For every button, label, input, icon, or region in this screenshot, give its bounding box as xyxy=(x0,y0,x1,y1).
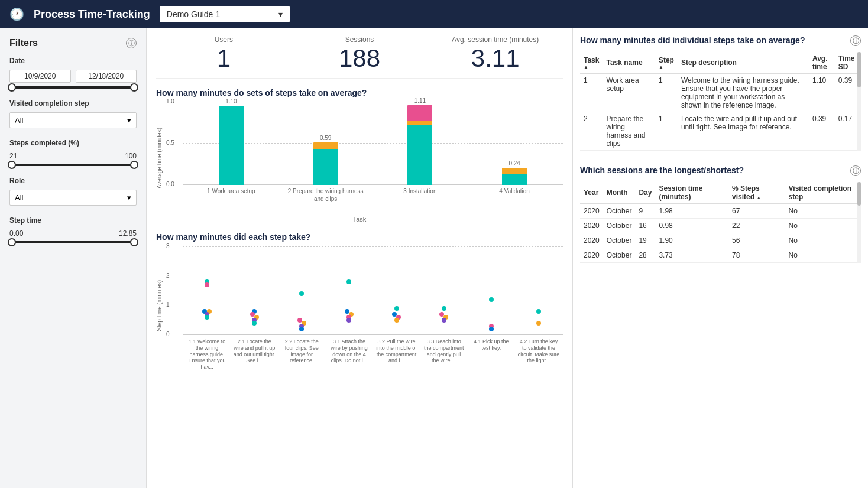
kpi-avg-session-value: 3.11 xyxy=(435,46,556,71)
cell-month-1: October xyxy=(603,204,636,219)
scatter-x-label-6: 3 3 Reach into the compartment and gentl… xyxy=(423,339,465,364)
steps-completed-range: 21 100 xyxy=(9,152,137,160)
cell-year-4: 2020 xyxy=(580,248,603,263)
cell-task-name-2: Prepare the wiring harness and clips xyxy=(603,112,655,151)
scatter-x-label-2: 2 1 Locate the wire and pull it up and o… xyxy=(233,339,276,364)
kpi-sessions-value: 188 xyxy=(299,46,420,71)
completion-step-dropdown[interactable]: All ▾ xyxy=(9,112,137,128)
cell-session-time-3: 1.90 xyxy=(655,233,728,248)
table-row: 2 Prepare the wiring harness and clips 1… xyxy=(580,112,861,151)
cell-avg-time-2: 0.39 xyxy=(809,112,835,151)
scatter-col-7 xyxy=(470,246,513,335)
date-range-row: 10/9/2020 12/18/2020 xyxy=(9,70,137,83)
role-dropdown[interactable]: All ▾ xyxy=(9,190,137,206)
kpi-users-value: 1 xyxy=(163,46,284,71)
steps-slider-max-thumb[interactable] xyxy=(130,161,138,169)
step-time-slider-max-thumb[interactable] xyxy=(130,238,138,246)
bar-3-teal xyxy=(407,125,432,185)
bar-3-x-label: 3 Installation xyxy=(378,187,463,195)
cell-steps-visited-3: 56 xyxy=(728,233,785,248)
bar-3-orange xyxy=(407,121,432,125)
date-end[interactable]: 12/18/2020 xyxy=(76,70,137,83)
col-steps-visited: % Steps visited ▲ xyxy=(728,182,785,204)
cell-avg-time-1: 1.10 xyxy=(809,74,835,112)
bar-4: 0.24 xyxy=(472,160,557,185)
cell-day-2: 16 xyxy=(635,219,655,233)
right-panel: How many minutes did individual steps ta… xyxy=(572,28,868,488)
step-time-min: 0.00 xyxy=(9,229,23,238)
bar-chart-title: How many minutes do sets of steps take o… xyxy=(156,88,563,97)
step-time-max: 12.85 xyxy=(119,229,137,238)
filters-title: Filters xyxy=(9,38,38,48)
date-filter-label: Date xyxy=(9,57,137,65)
cell-step-desc-2: Locate the wire and pull it up and out u… xyxy=(678,112,809,151)
filters-info-icon[interactable]: ⓘ xyxy=(126,38,137,48)
date-slider-fill xyxy=(12,86,134,89)
date-slider-min-thumb[interactable] xyxy=(8,83,16,92)
bar-2-stack xyxy=(313,142,338,185)
step-time-label: Step time xyxy=(9,216,137,225)
date-slider-max-thumb[interactable] xyxy=(130,83,138,92)
guide-dropdown[interactable]: Demo Guide 1 ▾ xyxy=(160,6,290,22)
steps-completed-label: Steps completed (%) xyxy=(9,139,137,147)
scatter-x-label-5: 3 2 Pull the wire into the middle of the… xyxy=(375,339,418,364)
col-year: Year xyxy=(580,182,603,204)
bar-chart-x-label: Task xyxy=(156,216,563,223)
col-month: Month xyxy=(603,182,636,204)
kpi-users-label: Users xyxy=(163,35,284,44)
steps-completed-filter: Steps completed (%) 21 100 xyxy=(9,139,137,166)
cell-session-time-2: 0.98 xyxy=(655,219,728,233)
table-scrollbar[interactable] xyxy=(857,52,861,151)
cell-step-1: 1 xyxy=(655,74,678,112)
scatter-x-label-7: 4 1 Pick up the test key. xyxy=(470,339,513,352)
bar-chart-y-label: Average time (minutes) xyxy=(156,128,163,188)
table-row: 1 Work area setup 1 Welcome to the wirin… xyxy=(580,74,861,112)
app-icon: 🕐 xyxy=(9,7,24,21)
cell-task-name-1: Work area setup xyxy=(603,74,655,112)
kpi-row: Users 1 Sessions 188 Avg. session time (… xyxy=(156,35,563,79)
main-content: Users 1 Sessions 188 Avg. session time (… xyxy=(147,28,572,488)
cell-day-3: 19 xyxy=(635,233,655,248)
col-step-desc: Step description xyxy=(678,52,809,74)
cell-completion-2: No xyxy=(785,219,861,233)
steps-completed-min: 21 xyxy=(9,152,17,160)
date-start[interactable]: 10/9/2020 xyxy=(9,70,71,83)
steps-slider-fill xyxy=(12,164,134,166)
cell-month-3: October xyxy=(603,233,636,248)
kpi-avg-session: Avg. session time (minutes) 3.11 xyxy=(427,35,563,71)
sessions-info-icon[interactable]: ⓘ xyxy=(850,165,861,176)
bar-3-label: 1.11 xyxy=(414,97,426,104)
bar-1-x-label: 1 Work area setup xyxy=(189,187,274,195)
step-time-slider-track xyxy=(12,241,134,243)
bar-1: 1.10 xyxy=(189,98,274,185)
session-row: 2020 October 28 3.73 78 No xyxy=(580,248,861,263)
sessions-scrollbar-thumb xyxy=(857,182,861,206)
guide-dropdown-value: Demo Guide 1 xyxy=(167,9,220,19)
steps-slider-min-thumb[interactable] xyxy=(8,161,16,169)
bar-4-orange xyxy=(502,168,527,175)
cell-task-1: 1 xyxy=(580,74,603,112)
cell-day-4: 28 xyxy=(635,248,655,263)
sessions-scrollbar[interactable] xyxy=(857,182,861,263)
completion-step-label: Visited completion step xyxy=(9,99,137,108)
sessions-title: Which sessions are the longest/shortest?… xyxy=(580,165,861,176)
scatter-x-label-4: 3 1 Attach the wire by pushing down on t… xyxy=(328,339,370,364)
scatter-col-3 xyxy=(280,246,323,335)
avg-steps-table: Task ▲ Task name Step ▲ Step description… xyxy=(580,52,861,151)
cell-session-time-4: 3.73 xyxy=(655,248,728,263)
bar-4-stack xyxy=(502,168,527,185)
cell-year-1: 2020 xyxy=(580,204,603,219)
completion-step-value: All xyxy=(15,116,23,125)
scatter-col-8 xyxy=(517,246,560,335)
avg-steps-info-icon[interactable]: ⓘ xyxy=(850,35,861,46)
sidebar-header: Filters ⓘ xyxy=(9,38,137,48)
cell-year-2: 2020 xyxy=(580,219,603,233)
step-time-filter: Step time 0.00 12.85 xyxy=(9,216,137,243)
table-scrollbar-thumb xyxy=(857,52,861,87)
cell-session-time-1: 1.98 xyxy=(655,204,728,219)
chevron-down-icon: ▾ xyxy=(278,9,283,19)
date-filter: Date 10/9/2020 12/18/2020 xyxy=(9,57,137,89)
kpi-sessions-label: Sessions xyxy=(299,35,420,44)
col-completion-step: Visited completion step xyxy=(785,182,861,204)
step-time-slider-min-thumb[interactable] xyxy=(8,238,16,246)
